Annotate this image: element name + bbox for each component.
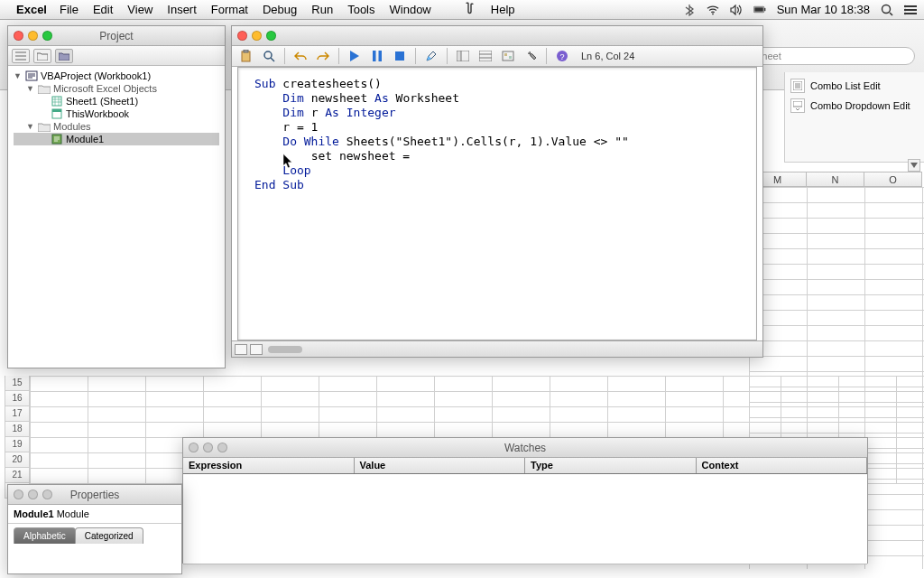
script-menu-icon[interactable]: [464, 2, 476, 17]
row-15[interactable]: 15: [5, 376, 30, 391]
battery-icon[interactable]: [753, 4, 766, 16]
svg-point-19: [264, 51, 272, 59]
object-browser-button[interactable]: [499, 48, 517, 64]
code-titlebar[interactable]: [232, 26, 762, 46]
menu-help[interactable]: Help: [491, 3, 515, 16]
app-name[interactable]: Excel: [16, 3, 47, 16]
clock[interactable]: Sun Mar 10 18:38: [777, 3, 870, 16]
menubar: Excel File Edit View Insert Format Debug…: [0, 0, 924, 20]
svg-rect-22: [395, 51, 404, 61]
project-view-folder-button[interactable]: [33, 49, 51, 63]
code-view-proc-button[interactable]: [250, 344, 263, 355]
paste-button[interactable]: [237, 48, 255, 64]
vbaproject-icon: [25, 70, 38, 81]
combo-dropdown-edit-button[interactable]: Combo Dropdown Edit: [789, 96, 920, 116]
spotlight-icon[interactable]: [881, 4, 893, 16]
properties-object-type: Module: [57, 508, 89, 519]
row-21[interactable]: 21: [5, 468, 30, 483]
menu-view[interactable]: View: [127, 3, 152, 16]
combo-dropdown-label: Combo Dropdown Edit: [810, 100, 910, 111]
svg-rect-28: [509, 56, 512, 59]
properties-tab-categorized[interactable]: Categorized: [75, 527, 143, 544]
workbook-icon: [51, 108, 63, 119]
tree-modules[interactable]: ▼ Modules: [14, 120, 219, 133]
menu-window[interactable]: Window: [390, 3, 431, 16]
module-icon: [51, 134, 63, 144]
combo-list-edit-button[interactable]: Combo List Edit: [789, 76, 920, 96]
row-17[interactable]: 17: [5, 406, 30, 422]
tree-thisworkbook[interactable]: ThisWorkbook: [14, 107, 219, 120]
tree-vbaproject[interactable]: ▼ VBAProject (Workbook1): [14, 70, 219, 82]
watches-col-expression[interactable]: Expression: [183, 458, 355, 473]
row-18[interactable]: 18: [5, 422, 30, 437]
tree-module1-label: Module1: [66, 134, 104, 144]
properties-panel: Properties Module1 Module Alphabetic Cat…: [7, 484, 182, 574]
project-explorer-button[interactable]: [454, 48, 472, 64]
row-20[interactable]: 20: [5, 452, 30, 468]
svg-text:?: ?: [559, 52, 564, 61]
project-titlebar[interactable]: Project: [8, 26, 225, 46]
code-close-button[interactable]: [237, 31, 247, 41]
row-19[interactable]: 19: [5, 437, 30, 452]
tree-excel-objects[interactable]: ▼ Microsoft Excel Objects: [14, 82, 219, 95]
svg-rect-24: [457, 51, 461, 61]
menu-file[interactable]: File: [60, 3, 79, 16]
tree-sheet1[interactable]: Sheet1 (Sheet1): [14, 95, 219, 107]
code-zoom-button[interactable]: [266, 31, 276, 41]
project-view-list-button[interactable]: [12, 49, 30, 63]
stop-button[interactable]: [391, 48, 409, 64]
column-headers: M N O: [749, 172, 922, 188]
row-16[interactable]: 16: [5, 391, 30, 406]
properties-object-row[interactable]: Module1 Module: [8, 505, 181, 524]
menu-tools[interactable]: Tools: [347, 3, 374, 16]
watches-col-value[interactable]: Value: [355, 458, 526, 473]
col-header-o[interactable]: O: [864, 172, 922, 187]
code-view-full-button[interactable]: [235, 344, 247, 355]
code-text[interactable]: Sub createsheets() Dim newsheet As Works…: [238, 68, 756, 201]
menu-format[interactable]: Format: [211, 3, 248, 16]
menu-edit[interactable]: Edit: [93, 3, 113, 16]
svg-point-0: [712, 13, 714, 14]
code-panel: ? Ln 6, Col 24 Sub createsheets() Dim ne…: [231, 25, 763, 358]
svg-rect-2: [754, 7, 763, 11]
watches-body[interactable]: [183, 474, 867, 564]
undo-button[interactable]: [291, 48, 310, 64]
menu-run[interactable]: Run: [311, 3, 333, 16]
watches-header: Expression Value Type Context: [183, 458, 867, 474]
bluetooth-icon[interactable]: [683, 4, 696, 16]
watches-col-context[interactable]: Context: [697, 458, 868, 473]
tree-module1[interactable]: Module1: [14, 133, 219, 145]
properties-tabs: Alphabetic Categorized: [8, 524, 181, 544]
row-headers: 15 16 17 18 19 20 21 22: [5, 376, 30, 499]
project-view-folder2-button[interactable]: [55, 49, 73, 63]
svg-rect-21: [379, 51, 383, 61]
design-mode-button[interactable]: [422, 48, 440, 64]
notifications-icon[interactable]: [904, 4, 917, 16]
properties-titlebar[interactable]: Properties: [8, 485, 181, 505]
toolbox-button[interactable]: [522, 48, 540, 64]
properties-window-button[interactable]: [476, 48, 494, 64]
col-header-n[interactable]: N: [807, 172, 864, 187]
code-min-button[interactable]: [252, 31, 262, 41]
tree-vbaproject-label: VBAProject (Workbook1): [41, 70, 151, 81]
find-button[interactable]: [260, 48, 278, 64]
menu-debug[interactable]: Debug: [263, 3, 297, 16]
scroll-down-button[interactable]: [908, 159, 920, 172]
run-button[interactable]: [346, 48, 364, 64]
code-hscroll-thumb[interactable]: [268, 346, 302, 353]
watches-col-type[interactable]: Type: [525, 458, 697, 473]
wifi-icon[interactable]: [707, 4, 719, 16]
pause-button[interactable]: [368, 48, 386, 64]
menu-insert[interactable]: Insert: [167, 3, 197, 16]
tree-excel-objects-label: Microsoft Excel Objects: [53, 83, 157, 94]
help-button[interactable]: ?: [553, 48, 571, 64]
watches-titlebar[interactable]: Watches: [183, 438, 867, 458]
watches-panel: Watches Expression Value Type Context: [182, 437, 868, 564]
svg-rect-20: [373, 51, 376, 61]
combo-list-icon: [790, 79, 805, 93]
svg-point-4: [882, 5, 891, 13]
properties-tab-alphabetic[interactable]: Alphabetic: [14, 527, 76, 544]
redo-button[interactable]: [314, 48, 332, 64]
code-editor[interactable]: Sub createsheets() Dim newsheet As Works…: [237, 67, 757, 340]
volume-icon[interactable]: [730, 4, 743, 16]
